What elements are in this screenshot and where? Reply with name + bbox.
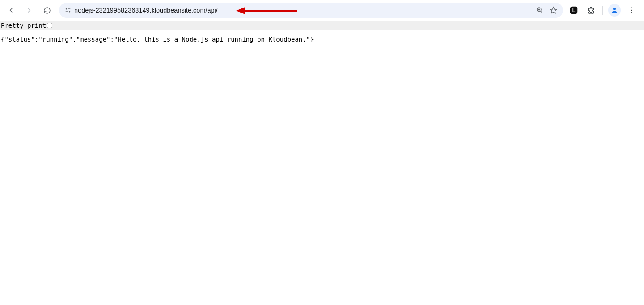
more-menu-icon[interactable] <box>625 4 638 17</box>
profile-avatar[interactable] <box>608 4 621 17</box>
extension-l-icon[interactable]: L <box>568 4 580 17</box>
response-body: {"status":"running","message":"Hello, th… <box>1 36 643 43</box>
toolbar-right: L <box>568 4 640 17</box>
pretty-print-bar: Pretty print <box>0 21 644 30</box>
address-bar[interactable]: nodejs-232199582363149.kloudbeansite.com… <box>59 3 563 18</box>
browser-toolbar: nodejs-232199582363149.kloudbeansite.com… <box>0 0 644 21</box>
svg-point-12 <box>631 10 632 11</box>
pretty-print-checkbox[interactable] <box>47 23 52 28</box>
svg-point-0 <box>66 8 67 10</box>
svg-point-11 <box>631 7 632 8</box>
toolbar-divider <box>602 6 603 15</box>
bookmark-star-icon[interactable] <box>549 6 558 15</box>
svg-point-10 <box>613 8 616 10</box>
page-content: {"status":"running","message":"Hello, th… <box>0 30 644 48</box>
svg-point-13 <box>631 12 632 13</box>
url-text: nodejs-232199582363149.kloudbeansite.com… <box>74 7 535 14</box>
site-info-icon[interactable] <box>62 6 74 14</box>
svg-point-2 <box>69 11 70 13</box>
reload-button[interactable] <box>39 3 55 18</box>
back-button[interactable] <box>4 3 19 18</box>
zoom-icon[interactable] <box>535 6 544 15</box>
svg-text:L: L <box>572 8 576 13</box>
forward-button[interactable] <box>21 3 37 18</box>
extensions-puzzle-icon[interactable] <box>585 4 597 17</box>
svg-line-5 <box>541 11 542 13</box>
pretty-print-label: Pretty print <box>1 22 46 29</box>
address-bar-actions <box>535 6 563 15</box>
